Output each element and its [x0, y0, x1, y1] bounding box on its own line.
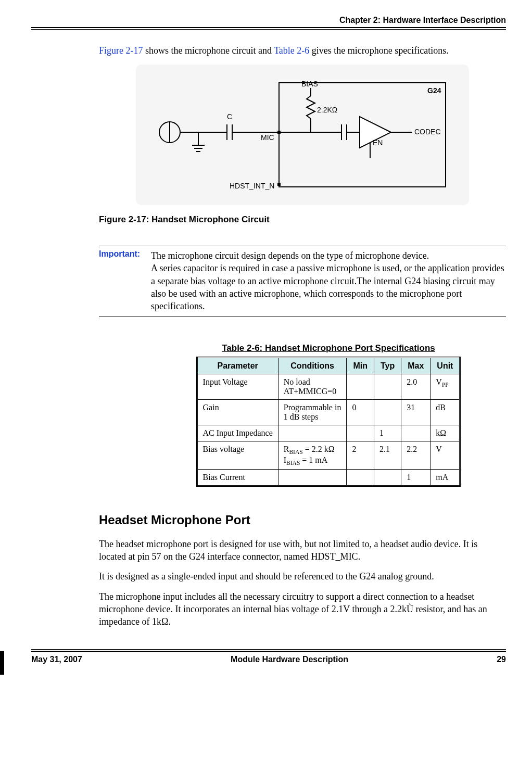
table-caption: Table 2-6: Handset Microphone Port Speci… [151, 343, 506, 353]
important-note: Important: The microphone circuit design… [99, 246, 506, 317]
label-resistor-value: 2.2KΩ [317, 106, 337, 114]
td-max: 2.2 [401, 441, 430, 469]
td-unit: mA [430, 469, 460, 486]
td-conditions: RBIAS = 2.2 kΩIBIAS = 1 mA [278, 441, 347, 469]
td-typ [374, 469, 401, 486]
pin-hdst [277, 183, 281, 186]
td-typ [374, 400, 401, 425]
footer-page: 29 [497, 655, 506, 664]
td-parameter: Bias Current [197, 469, 278, 486]
label-mic: MIC [261, 133, 274, 142]
intro-paragraph: Figure 2-17 shows the microphone circuit… [99, 45, 506, 56]
figure-caption: Figure 2-17: Handset Microphone Circuit [99, 214, 506, 225]
label-c: C [227, 112, 232, 121]
table-row: Input VoltageNo loadAT+MMICG=02.0VPP [197, 374, 460, 400]
td-parameter: Bias voltage [197, 441, 278, 469]
label-hdst: HDST_INT_N [230, 182, 274, 190]
section-heading-headset-mic: Headset Microphone Port [99, 513, 506, 527]
table-row: AC Input Impedance1kΩ [197, 425, 460, 441]
td-min: 2 [347, 441, 374, 469]
td-unit: V [430, 441, 460, 469]
td-conditions [278, 425, 347, 441]
td-typ: 2.1 [374, 441, 401, 469]
body-paragraph: The headset microphone port is designed … [99, 538, 506, 563]
chapter-header: Chapter 2: Hardware Interface Descriptio… [31, 16, 506, 25]
important-label: Important: [99, 249, 151, 259]
label-g24: G24 [427, 86, 441, 95]
figure-cross-ref[interactable]: Figure 2-17 [99, 45, 143, 56]
important-text: The microphone circuit design depends on… [151, 249, 506, 312]
td-typ [374, 374, 401, 400]
pin-mic [277, 131, 281, 134]
td-max: 1 [401, 469, 430, 486]
th-typ: Typ [374, 358, 401, 374]
td-min [347, 374, 374, 400]
td-max: 2.0 [401, 374, 430, 400]
td-unit: kΩ [430, 425, 460, 441]
figure-microphone-circuit: G24 C MIC [136, 65, 469, 205]
table-row: Bias Current1mA [197, 469, 460, 486]
page-edge-tab [0, 651, 4, 675]
td-conditions [278, 469, 347, 486]
table-row: Bias voltageRBIAS = 2.2 kΩIBIAS = 1 mA22… [197, 441, 460, 469]
td-parameter: Gain [197, 400, 278, 425]
footer-date: May 31, 2007 [31, 655, 82, 664]
td-min: 0 [347, 400, 374, 425]
body-paragraph: It is designed as a single-ended input a… [99, 570, 506, 583]
spec-table: Parameter Conditions Min Typ Max Unit In… [196, 357, 461, 486]
td-max: 31 [401, 400, 430, 425]
td-min [347, 469, 374, 486]
label-bias: BIAS [301, 80, 318, 88]
label-codec: CODEC [414, 128, 441, 136]
table-header-row: Parameter Conditions Min Typ Max Unit [197, 358, 460, 374]
td-unit: VPP [430, 374, 460, 400]
th-unit: Unit [430, 358, 460, 374]
td-parameter: Input Voltage [197, 374, 278, 400]
th-max: Max [401, 358, 430, 374]
table-cross-ref[interactable]: Table 2-6 [274, 45, 309, 56]
td-max [401, 425, 430, 441]
table-row: GainProgrammable in1 dB steps031dB [197, 400, 460, 425]
td-min [347, 425, 374, 441]
td-parameter: AC Input Impedance [197, 425, 278, 441]
th-min: Min [347, 358, 374, 374]
td-unit: dB [430, 400, 460, 425]
td-conditions: No loadAT+MMICG=0 [278, 374, 347, 400]
td-typ: 1 [374, 425, 401, 441]
td-conditions: Programmable in1 dB steps [278, 400, 347, 425]
label-en: EN [373, 138, 383, 147]
body-paragraph: The microphone input includes all the ne… [99, 590, 506, 628]
footer-title: Module Hardware Description [231, 655, 348, 664]
th-parameter: Parameter [197, 358, 278, 374]
th-conditions: Conditions [278, 358, 347, 374]
